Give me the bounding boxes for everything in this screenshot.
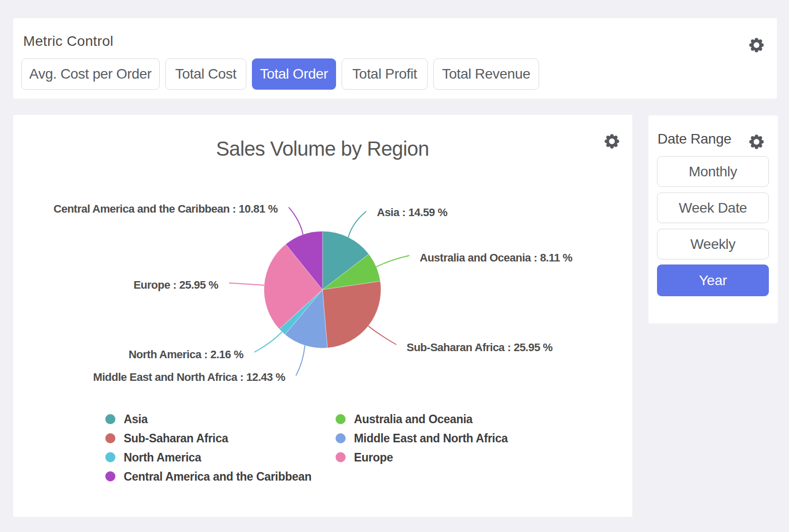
svg-text:Middle East and North Africa :: Middle East and North Africa : 12.43 % bbox=[93, 371, 285, 383]
svg-text:Sales Volume by Region: Sales Volume by Region bbox=[216, 138, 429, 160]
svg-text:Central America and the Caribb: Central America and the Caribbean bbox=[124, 470, 312, 483]
svg-text:Sub-Saharan Africa : 25.95 %: Sub-Saharan Africa : 25.95 % bbox=[407, 341, 553, 354]
svg-text:Asia : 14.59 %: Asia : 14.59 % bbox=[377, 206, 447, 219]
svg-text:Europe : 25.95 %: Europe : 25.95 % bbox=[134, 279, 218, 291]
svg-text:Asia: Asia bbox=[124, 413, 148, 426]
svg-text:Central America and the Caribb: Central America and the Caribbean : 10.8… bbox=[53, 203, 278, 215]
svg-text:North America: North America bbox=[124, 451, 202, 464]
svg-text:North America : 2.16 %: North America : 2.16 % bbox=[128, 348, 243, 361]
svg-text:Australia and Oceania: Australia and Oceania bbox=[354, 413, 473, 426]
svg-text:Australia and Oceania : 8.11 %: Australia and Oceania : 8.11 % bbox=[420, 251, 572, 264]
svg-text:Europe: Europe bbox=[354, 451, 393, 464]
svg-text:Sub-Saharan Africa: Sub-Saharan Africa bbox=[124, 432, 229, 445]
svg-text:Middle East and North Africa: Middle East and North Africa bbox=[354, 432, 508, 445]
